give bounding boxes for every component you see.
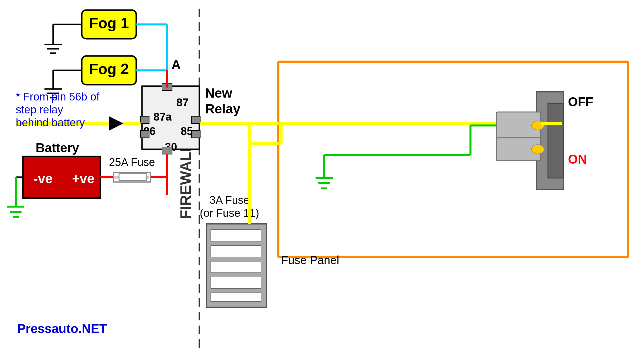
off-label: OFF [568,95,593,109]
step-relay-note2: step relay [16,104,63,116]
svg-rect-53 [548,103,564,178]
fuse25-label: 25A Fuse [109,156,155,168]
pin87-label: 87 [176,96,188,109]
battery-neg: -ve [34,171,52,186]
svg-rect-22 [192,116,200,123]
firewall-label: FIREWALL [177,143,194,219]
svg-rect-48 [211,261,261,273]
step-relay-note3: behind battery [16,117,85,129]
battery-pos: +ve [72,171,94,186]
svg-rect-50 [211,293,261,301]
fog1-label: Fog 1 [89,15,129,31]
on-label: ON [568,152,587,166]
fog2-label: Fog 2 [89,61,129,77]
svg-rect-46 [211,230,261,241]
svg-rect-42 [119,174,146,181]
pressauto-label: Pressauto.NET [17,322,107,336]
pin85-label: 85 [181,125,193,137]
svg-rect-68 [141,131,149,138]
svg-rect-23 [162,147,172,154]
label-a: A [172,57,181,71]
svg-point-64 [532,145,544,154]
fuse-panel-label: Fuse Panel [281,254,339,266]
svg-rect-49 [211,277,261,289]
new-relay-label: New [205,86,232,100]
fuse3-label: 3A Fuse [209,194,249,206]
battery-label: Battery [36,141,79,155]
svg-rect-47 [211,245,261,257]
new-relay-label2: Relay [205,101,240,116]
step-relay-note: * From pin 56b of [16,91,100,103]
svg-rect-21 [141,116,149,123]
svg-rect-67 [192,131,200,138]
pin87a-label: 87a [153,111,172,123]
